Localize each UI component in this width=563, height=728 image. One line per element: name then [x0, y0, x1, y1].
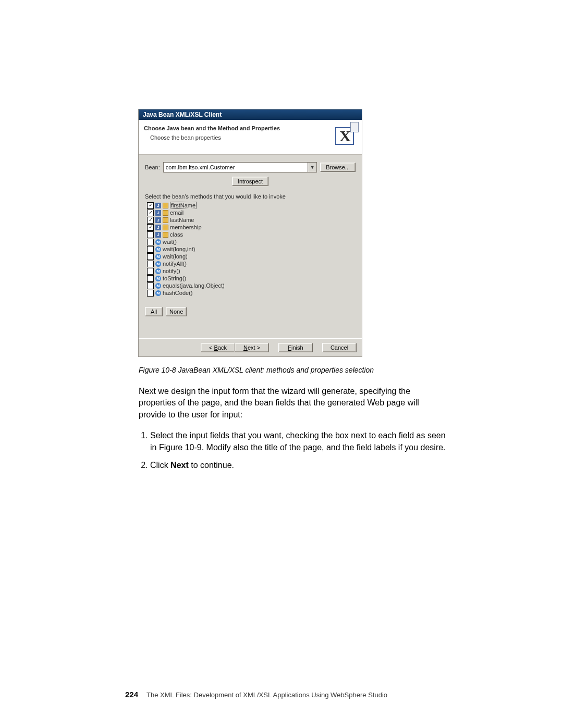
- method-icon: M: [155, 246, 161, 252]
- wizard-dialog: Java Bean XML/XSL Client Choose Java bea…: [139, 109, 362, 356]
- tree-item[interactable]: Mnotify(): [147, 267, 356, 275]
- xml-wizard-icon: X: [333, 124, 357, 148]
- banner-heading: Choose Java bean and the Method and Prop…: [144, 124, 280, 133]
- chevron-down-icon[interactable]: ▼: [308, 163, 316, 172]
- tree-item-label: wait(long,int): [163, 246, 195, 252]
- banner-subtext: Choose the bean properties: [150, 133, 280, 143]
- tree-item-label: firstName: [170, 202, 197, 209]
- checkbox[interactable]: [147, 239, 154, 245]
- checkbox[interactable]: [147, 246, 154, 253]
- select-all-button[interactable]: All: [145, 307, 163, 316]
- method-icon: M: [155, 261, 161, 267]
- figure-caption: Figure 10-8 JavaBean XML/XSL client: met…: [139, 366, 459, 374]
- method-icon: M: [155, 276, 161, 281]
- property-icon: [163, 225, 168, 230]
- body-paragraph: Next we design the input form that the w…: [139, 386, 436, 421]
- java-icon: J: [155, 232, 161, 238]
- tree-item[interactable]: Mwait(long,int): [147, 245, 356, 253]
- checkbox[interactable]: [147, 282, 154, 289]
- bean-label: Bean:: [145, 164, 160, 170]
- tree-item-label: lastName: [170, 217, 194, 223]
- footer-text: The XML Files: Development of XML/XSL Ap…: [146, 691, 387, 699]
- tree-item[interactable]: Mequals(java.lang.Object): [147, 282, 356, 289]
- tree-item[interactable]: ✓JfirstName: [147, 202, 356, 209]
- tree-item-label: membership: [170, 224, 202, 230]
- wizard-banner: Choose Java bean and the Method and Prop…: [139, 120, 362, 155]
- method-icon: M: [155, 239, 161, 245]
- back-button[interactable]: < Back: [201, 343, 235, 352]
- java-icon: J: [155, 217, 161, 223]
- tree-item-label: notifyAll(): [163, 261, 187, 267]
- checkbox[interactable]: [147, 275, 154, 282]
- bean-combobox[interactable]: ▼: [163, 162, 317, 172]
- tree-item[interactable]: MnotifyAll(): [147, 260, 356, 267]
- finish-button[interactable]: Finish: [278, 343, 313, 352]
- titlebar: Java Bean XML/XSL Client: [139, 109, 362, 120]
- introspect-button[interactable]: Introspect: [232, 177, 268, 186]
- page-number: 224: [125, 690, 138, 699]
- select-none-button[interactable]: None: [166, 307, 187, 316]
- bean-input[interactable]: [164, 163, 308, 172]
- checkbox[interactable]: [147, 253, 154, 260]
- checkbox[interactable]: ✓: [147, 202, 154, 209]
- tree-item-label: wait(): [163, 239, 177, 245]
- tree-item-label: hashCode(): [163, 290, 192, 296]
- checkbox[interactable]: [147, 290, 154, 297]
- step-1: Select the input fields that you want, c…: [150, 430, 447, 453]
- tree-item[interactable]: MhashCode(): [147, 289, 356, 297]
- tree-item-label: wait(long): [163, 253, 188, 260]
- java-icon: J: [155, 203, 161, 208]
- java-icon: J: [155, 210, 161, 216]
- property-icon: [163, 210, 168, 216]
- methods-tree[interactable]: ✓JfirstName✓Jemail✓JlastName✓Jmembership…: [145, 202, 356, 297]
- method-icon: M: [155, 290, 161, 296]
- java-icon: J: [155, 225, 161, 230]
- tree-item[interactable]: ✓Jemail: [147, 209, 356, 216]
- checkbox[interactable]: ✓: [147, 217, 154, 224]
- step-2: Click Next to continue.: [150, 460, 447, 471]
- property-icon: [163, 217, 168, 223]
- tree-item[interactable]: Mwait(): [147, 238, 356, 245]
- tree-item[interactable]: ✓JlastName: [147, 216, 356, 224]
- tree-item[interactable]: Mwait(long): [147, 253, 356, 260]
- tree-item-label: notify(): [163, 268, 180, 274]
- property-icon: [163, 203, 168, 208]
- wizard-button-bar: < Back Next > Finish Cancel: [139, 338, 362, 356]
- tree-item-label: class: [170, 231, 183, 238]
- tree-item[interactable]: ✓Jmembership: [147, 224, 356, 231]
- checkbox[interactable]: ✓: [147, 224, 154, 231]
- page-footer: 224 The XML Files: Development of XML/XS…: [0, 690, 563, 699]
- cancel-button[interactable]: Cancel: [322, 343, 357, 352]
- method-icon: M: [155, 283, 161, 289]
- method-icon: M: [155, 268, 161, 274]
- checkbox[interactable]: [147, 231, 154, 238]
- tree-item[interactable]: Jclass: [147, 231, 356, 238]
- tree-item[interactable]: MtoString(): [147, 275, 356, 282]
- tree-item-label: toString(): [163, 275, 186, 281]
- checkbox[interactable]: [147, 268, 154, 275]
- select-methods-label: Select the bean's methods that you would…: [145, 193, 356, 200]
- method-icon: M: [155, 254, 161, 260]
- property-icon: [163, 232, 168, 238]
- checkbox[interactable]: ✓: [147, 209, 154, 216]
- steps-list: Select the input fields that you want, c…: [125, 430, 447, 471]
- tree-item-label: email: [170, 209, 183, 216]
- browse-button[interactable]: Browse...: [320, 163, 356, 172]
- next-button[interactable]: Next >: [235, 343, 269, 352]
- checkbox[interactable]: [147, 261, 154, 267]
- tree-item-label: equals(java.lang.Object): [163, 282, 225, 289]
